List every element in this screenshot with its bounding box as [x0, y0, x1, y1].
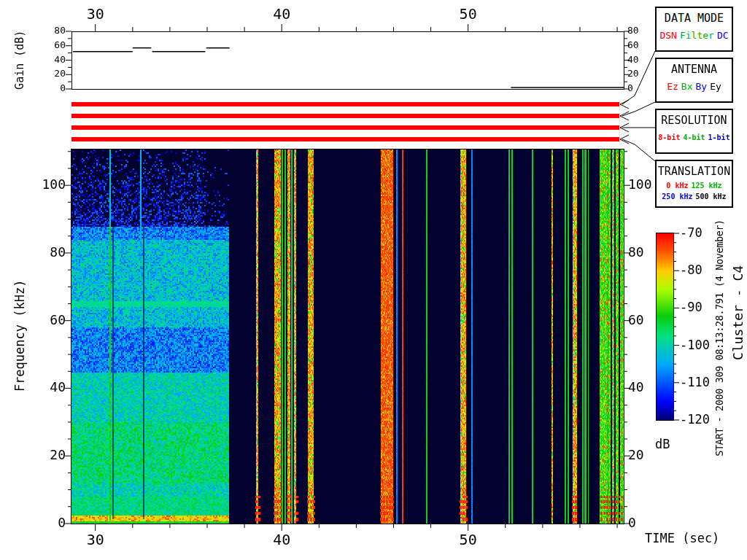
legend-title-resolution: RESOLUTION	[657, 114, 732, 127]
tick-label: 20	[628, 448, 665, 462]
legend-box-resolution: RESOLUTION 8-bit4-bit1-bit	[655, 109, 733, 154]
tick-label: 80	[628, 245, 665, 260]
tick-label: 20	[627, 69, 657, 79]
tick-label: 60	[36, 40, 66, 50]
legend-items-antenna: EzBxByEy	[657, 81, 732, 92]
tick-label: 30	[78, 6, 113, 22]
status-stripe-resolution	[71, 125, 619, 130]
legend-item-dc: DC	[717, 30, 729, 41]
tick-label: -120	[680, 413, 724, 427]
tick-label: 40	[36, 55, 66, 65]
legend-title-data-mode: DATA MODE	[657, 12, 732, 25]
frequency-axis-label: Frequency (kHz)	[13, 273, 27, 397]
tick-label: 100	[29, 177, 66, 192]
legend-item-8-bit: 8-bit	[658, 133, 680, 141]
gain-axis-label: Gain (dB)	[14, 16, 26, 104]
legend-item-125-khz: 125 kHz	[691, 182, 721, 190]
tick-label: 80	[627, 26, 657, 36]
tick-label: 20	[36, 69, 66, 79]
tick-label: 50	[451, 532, 486, 548]
legend-title-antenna: ANTENNA	[657, 63, 732, 76]
legend-items-translation-row1: 0 kHz125 kHz	[657, 180, 732, 191]
legend-item-500-khz: 500 kHz	[696, 192, 727, 201]
time-axis-label: TIME (sec)	[645, 532, 719, 545]
tick-label: 0	[29, 516, 66, 530]
legend-item-by: By	[696, 81, 708, 92]
tick-label: -80	[680, 263, 724, 277]
tick-label: 60	[29, 313, 66, 327]
legend-item-filter: Filter	[680, 30, 714, 41]
legend-title-translation: TRANSLATION	[657, 165, 732, 178]
status-stripe-translation	[71, 137, 619, 141]
tick-label: 40	[264, 532, 299, 548]
tick-label: 20	[29, 448, 66, 462]
tick-label: 0	[627, 83, 657, 93]
legend-item-1-bit: 1-bit	[708, 133, 730, 141]
legend-item-dsn: DSN	[659, 30, 676, 41]
legend-box-data-mode: DATA MODE DSNFilterDC	[655, 7, 733, 52]
legend-item-250-khz: 250 kHz	[662, 192, 692, 201]
legend-item-4-bit: 4-bit	[683, 133, 705, 141]
tick-label: 40	[29, 380, 66, 394]
tick-label: 50	[451, 6, 486, 22]
tick-label: -110	[680, 376, 724, 389]
tick-label: 0	[628, 516, 665, 530]
tick-label: 100	[628, 177, 665, 192]
tick-label: 60	[628, 313, 665, 327]
tick-label: 40	[628, 380, 665, 394]
tick-label: 0	[36, 83, 66, 93]
tick-label: -70	[680, 226, 724, 240]
tick-label: 60	[627, 40, 657, 50]
legend-items-resolution: 8-bit4-bit1-bit	[657, 133, 732, 141]
legend-item-ez: Ez	[667, 81, 678, 92]
legend-items-translation-row2: 250 kHz500 kHz	[657, 191, 732, 202]
legend-item-0-khz: 0 kHz	[666, 182, 688, 190]
status-stripe-antenna	[71, 114, 619, 118]
tick-label: 40	[264, 6, 299, 22]
status-stripe-data-mode	[71, 102, 619, 106]
tick-label: -100	[680, 338, 724, 352]
legend-item-bx: Bx	[681, 81, 693, 92]
tick-label: 80	[29, 245, 66, 260]
tick-label: 30	[78, 532, 113, 548]
tick-label: 80	[36, 26, 66, 36]
legend-item-ey: Ey	[710, 81, 721, 92]
wbd-spectrogram-screen: Gain (dB) Frequency (kHz) TIME (sec) DAT…	[0, 0, 747, 560]
legend-box-translation: TRANSLATION 0 kHz125 kHz 250 kHz500 kHz	[655, 160, 733, 208]
tick-label: -90	[680, 300, 724, 314]
spectrogram-canvas	[71, 149, 624, 524]
legend-items-data-mode: DSNFilterDC	[657, 30, 732, 41]
tick-label: 40	[627, 55, 657, 65]
spacecraft-annotation: Cluster - C4	[731, 254, 746, 371]
legend-box-antenna: ANTENNA EzBxByEy	[655, 58, 733, 103]
